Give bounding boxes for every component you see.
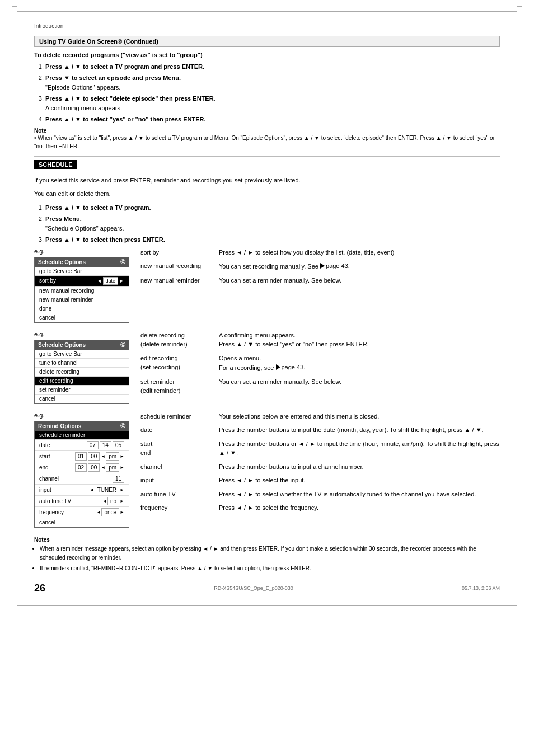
eg2-menu-title: Schedule Options Ⓞ [35, 340, 129, 350]
schedule-steps: Press ▲ / ▼ to select a TV program. Pres… [45, 203, 500, 245]
eg1-row: e.g. Schedule Options Ⓞ go to Service Ba… [34, 248, 500, 323]
eg2-desc-table: delete recording(delete reminder) A conf… [140, 331, 500, 400]
eg1-menu-title: Schedule Options Ⓞ [35, 257, 129, 267]
eg2-menu-box: Schedule Options Ⓞ go to Service Bar tun… [34, 340, 129, 404]
eg2-item-tune: tune to channel [35, 359, 129, 368]
eg2-desc-delrec: delete recording(delete reminder) A conf… [140, 331, 500, 349]
schedule-desc2: You can edit or delete them. [34, 189, 500, 199]
eg1-label: e.g. [34, 248, 129, 255]
eg2-left: e.g. Schedule Options Ⓞ go to Service Ba… [34, 331, 129, 404]
eg2-item-editrec: edit recording [35, 377, 129, 386]
schedule-desc1: If you select this service and press ENT… [34, 176, 500, 185]
eg1-desc-table: sort by Press ◄ / ► to select how you di… [140, 248, 500, 290]
page-footer: 26 RD-XS54SU/SC_Ope_E_p020-030 05.7.13, … [34, 579, 500, 594]
eg3-desc-schedrem: schedule reminder Your selections below … [140, 412, 500, 421]
eg3-item-start: start 01 00 ◄pm► [35, 451, 129, 462]
eg1-item-sortby: sort by ◄ date ► [35, 276, 129, 287]
schedule-header: SCHEDULE [34, 160, 77, 169]
eg3-item-input: input ◄TUNER► [35, 485, 129, 496]
eg3-label: e.g. [34, 412, 129, 419]
notes-list: When a reminder message appears, select … [40, 544, 500, 573]
eg3-item-end: end 02 00 ◄pm► [35, 462, 129, 473]
section-label: Introduction [34, 23, 500, 31]
eg2-item-service: go to Service Bar [35, 350, 129, 359]
eg3-item-date: date 07 14 05 [35, 440, 129, 451]
delete-step-1: Press ▲ / ▼ to select a TV program and p… [45, 62, 500, 72]
eg1-desc-newrec: new manual recording You can set recordi… [140, 261, 500, 271]
eg3-item-channel: channel 11 [35, 473, 129, 485]
eg2-label: e.g. [34, 331, 129, 337]
eg1-desc-sortby: sort by Press ◄ / ► to select how you di… [140, 248, 500, 257]
eg3-desc-frequency: frequency Press ◄ / ► to select the freq… [140, 503, 500, 513]
eg3-item-cancel: cancel [35, 518, 129, 527]
footer-file: RD-XS54SU/SC_Ope_E_p020-030 [214, 585, 293, 591]
eg1-item-cancel: cancel [35, 313, 129, 322]
eg1-desc-newrem: new manual reminder You can set a remind… [140, 276, 500, 285]
eg3-row: e.g. Remind Options Ⓞ schedule reminder … [34, 412, 500, 528]
eg3-left: e.g. Remind Options Ⓞ schedule reminder … [34, 412, 129, 528]
eg1-item-done: done [35, 304, 129, 313]
note-label: Note [34, 128, 500, 134]
delete-steps: Press ▲ / ▼ to select a TV program and p… [45, 62, 500, 124]
title-bar: Using TV Guide On Screen® (Continued) [34, 36, 500, 47]
eg3-item-schedrem: schedule reminder [35, 431, 129, 440]
eg1-menu-box: Schedule Options Ⓞ go to Service Bar sor… [34, 257, 129, 323]
eg3-desc-date: date Press the number buttons to input t… [140, 425, 500, 435]
note-text: • When "view as" is set to "list", press… [34, 134, 500, 151]
delete-step-4: Press ▲ / ▼ to select "yes" or "no" then… [45, 115, 500, 124]
delete-step-2: Press ▼ to select an episode and press M… [45, 73, 500, 92]
eg3-desc-table: schedule reminder Your selections below … [140, 412, 500, 517]
notes-label: Notes [34, 536, 500, 544]
notes-section: Notes When a reminder message appears, s… [34, 536, 500, 573]
eg2-desc-setrem: set reminder(edit reminder) You can set … [140, 377, 500, 396]
eg3-menu-title: Remind Options Ⓞ [35, 421, 129, 431]
schedule-step-3: Press ▲ / ▼ to select then press ENTER. [45, 235, 500, 245]
eg3-desc-autotune: auto tune TV Press ◄ / ► to select wheth… [140, 490, 500, 499]
schedule-step-1: Press ▲ / ▼ to select a TV program. [45, 203, 500, 213]
delete-note: Note • When "view as" is set to "list", … [34, 128, 500, 151]
eg3-menu-box: Remind Options Ⓞ schedule reminder date … [34, 421, 129, 528]
eg3-menu-icon: Ⓞ [120, 422, 125, 430]
eg2-item-delrec: delete recording [35, 368, 129, 377]
note-item-2: If reminders conflict, "REMINDER CONFLIC… [40, 564, 500, 573]
page-number: 26 [34, 583, 45, 594]
eg3-item-autotune: auto tune TV ◄no► [35, 496, 129, 507]
eg3-desc-startend: startend Press the number buttons or ◄ /… [140, 439, 500, 458]
delete-step-3: Press ▲ / ▼ to select "delete episode" t… [45, 94, 500, 112]
eg1-item-newrem: new manual reminder [35, 295, 129, 304]
eg2-item-setrem: set reminder [35, 386, 129, 395]
eg2-item-cancel: cancel [35, 395, 129, 403]
eg1-menu-icon: Ⓞ [120, 259, 125, 266]
note-item-1: When a reminder message appears, select … [40, 544, 500, 562]
eg3-item-frequency: frequency ◄once► [35, 507, 129, 518]
eg2-menu-icon: Ⓞ [120, 341, 125, 349]
schedule-step-2: Press Menu."Schedule Options" appears. [45, 214, 500, 233]
eg1-item-service: go to Service Bar [35, 267, 129, 276]
eg2-desc-editrec: edit recording(set recording) Opens a me… [140, 354, 500, 373]
eg3-desc-input: input Press ◄ / ► to select the input. [140, 476, 500, 485]
eg1-left: e.g. Schedule Options Ⓞ go to Service Ba… [34, 248, 129, 323]
eg3-desc-channel: channel Press the number buttons to inpu… [140, 462, 500, 472]
footer-date: 05.7.13, 2:36 AM [462, 585, 500, 591]
delete-heading: To delete recorded programs ("view as" i… [34, 50, 500, 60]
eg1-item-newrec: new manual recording [35, 287, 129, 295]
eg2-row: e.g. Schedule Options Ⓞ go to Service Ba… [34, 331, 500, 404]
